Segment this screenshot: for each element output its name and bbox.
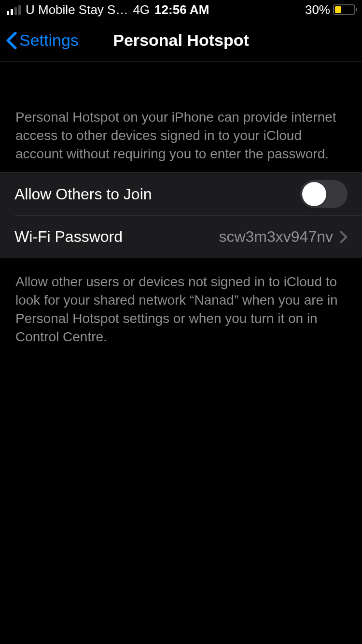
chevron-right-icon [340, 230, 348, 244]
page-title: Personal Hotspot [113, 31, 249, 50]
wifi-password-row[interactable]: Wi-Fi Password scw3m3xv947nv [14, 215, 362, 258]
back-label: Settings [19, 31, 79, 50]
chevron-left-icon [6, 31, 17, 50]
status-left: U Mobile Stay S… 4G 12:56 AM [7, 2, 209, 17]
wifi-password-label: Wi-Fi Password [14, 228, 123, 246]
allow-others-row[interactable]: Allow Others to Join [0, 173, 362, 215]
cellular-signal-icon [7, 4, 21, 15]
wifi-password-right: scw3m3xv947nv [219, 228, 348, 246]
battery-percentage: 30% [305, 2, 330, 17]
toggle-knob [302, 182, 326, 206]
wifi-password-value: scw3m3xv947nv [219, 228, 333, 246]
status-right: 30% [305, 2, 355, 17]
allow-others-toggle[interactable] [300, 180, 348, 208]
status-bar: U Mobile Stay S… 4G 12:56 AM 30% [0, 0, 362, 19]
allow-others-label: Allow Others to Join [14, 185, 152, 203]
nav-bar: Settings Personal Hotspot [0, 19, 362, 62]
section-footer-description: Allow other users or devices not signed … [0, 258, 362, 355]
carrier-name: U Mobile Stay S… [26, 2, 128, 17]
settings-group: Allow Others to Join Wi-Fi Password scw3… [0, 172, 362, 258]
section-header-description: Personal Hotspot on your iPhone can prov… [0, 62, 362, 172]
battery-icon [333, 4, 355, 15]
back-button[interactable]: Settings [0, 31, 79, 50]
network-type: 4G [133, 2, 150, 17]
status-time: 12:56 AM [154, 2, 209, 17]
